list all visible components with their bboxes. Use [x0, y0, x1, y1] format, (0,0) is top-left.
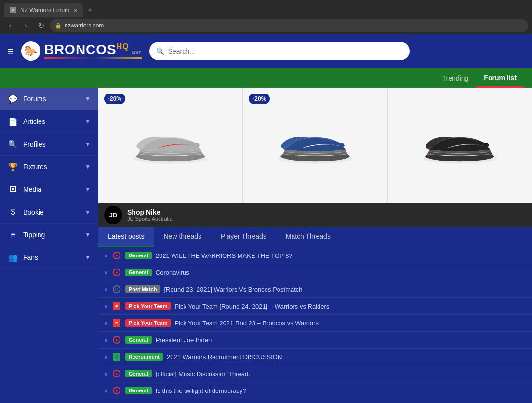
media-icon: 🖼: [8, 184, 18, 195]
thread-arrow-icon: »: [104, 252, 108, 259]
fans-chevron-icon: ▼: [85, 254, 91, 261]
thread-type-icon: ↻: [112, 284, 121, 294]
sidebar-item-fixtures[interactable]: 🏆 Fixtures ▼: [0, 156, 98, 178]
ad-item-3: [388, 88, 532, 203]
ad-item-2: -20%: [243, 88, 387, 203]
forum-tabs: Latest posts New threads Player Threads …: [98, 227, 532, 247]
tab-match-threads[interactable]: Match Threads: [276, 227, 340, 247]
sidebar-forums-label: Forums: [23, 95, 80, 103]
thread-title: Pick Your Team [Round 24, 2021] – Warrio…: [175, 303, 527, 310]
thread-arrow-icon: »: [104, 336, 108, 344]
thread-row[interactable]: » ⚑ Pick Your Team Pick Your Team [Round…: [98, 298, 532, 315]
logo-stripe: [44, 57, 142, 59]
profiles-icon: 🔍: [8, 139, 18, 149]
sidebar-item-fans[interactable]: 👥 Fans ▼: [0, 246, 98, 269]
active-tab[interactable]: V NZ Warriors Forum ×: [4, 3, 83, 17]
sidebar-fans-label: Fans: [23, 254, 80, 261]
tab-latest-posts[interactable]: Latest posts: [98, 227, 154, 247]
thread-type-icon: ●: [112, 369, 121, 378]
thread-title: 2021 WILL THE WARRIORS MAKE THE TOP 8?: [156, 252, 526, 259]
thread-arrow-icon: »: [104, 353, 108, 361]
tab-new-threads[interactable]: New threads: [154, 227, 212, 247]
thread-row[interactable]: » 📺 Gameday Broncos vs Warriors Gameday …: [98, 399, 532, 403]
logo-horse-icon: 🐎: [21, 41, 40, 61]
thread-category-badge: Pick Your Team: [125, 319, 171, 327]
thread-row[interactable]: » ⚑ Pick Your Team Pick Your Team 2021 R…: [98, 315, 532, 332]
search-icon: 🔍: [156, 47, 164, 55]
forum-list-nav-item[interactable]: Forum list: [476, 68, 524, 88]
thread-title: President Joe Biden: [156, 336, 526, 344]
thread-row[interactable]: » ● General 2021 WILL THE WARRIORS MAKE …: [98, 247, 532, 264]
sidebar-item-tipping[interactable]: ≡ Tipping ▼: [0, 224, 98, 246]
content-area: -20%: [98, 88, 532, 403]
thread-arrow-icon: »: [104, 269, 108, 276]
bookie-icon: $: [8, 207, 18, 217]
add-tab-button[interactable]: +: [83, 3, 96, 17]
sidebar-item-bookie[interactable]: $ Bookie ▼: [0, 201, 98, 224]
thread-row[interactable]: » ● General Is this the twilight of demo…: [98, 382, 532, 399]
thread-row[interactable]: » ● General [official] Music Discussion …: [98, 365, 532, 382]
sidebar-bookie-label: Bookie: [23, 208, 80, 216]
shoe-image-3: [416, 112, 503, 179]
back-button[interactable]: ‹: [4, 19, 16, 32]
ad-store-info: Shop Nike JD Sports Australia: [127, 208, 173, 222]
forward-button[interactable]: ›: [19, 19, 32, 32]
thread-type-icon: ⚑: [112, 301, 121, 311]
thread-title: Is this the twilight of democracy?: [156, 387, 526, 394]
thread-title: Coronavirus: [156, 269, 526, 276]
main-layout: 💬 Forums ▼ 📄 Articles ▼ 🔍 Profiles ▼ 🏆 F…: [0, 88, 532, 403]
articles-icon: 📄: [8, 116, 18, 127]
thread-category-badge: Post Match: [125, 285, 160, 293]
sidebar-item-media[interactable]: 🖼 Media ▼: [0, 178, 98, 201]
lock-icon: 🔒: [55, 23, 62, 29]
media-chevron-icon: ▼: [85, 186, 91, 193]
discount-badge-2: -20%: [249, 94, 270, 104]
thread-type-icon: ●: [112, 251, 121, 260]
thread-category-badge: Pick Your Team: [125, 302, 171, 310]
browser-toolbar: ‹ › ↻ 🔒 nzwarriors.com: [0, 17, 532, 34]
site-logo[interactable]: 🐎 BRONCOSHQ .com: [21, 41, 142, 61]
thread-row[interactable]: » 👤 Recruitment 2021 Warriors Recruitmen…: [98, 349, 532, 365]
trending-nav-item[interactable]: Trending: [435, 68, 477, 88]
logo-broncos-text: BRONCOSHQ: [44, 43, 129, 56]
thread-arrow-icon: »: [104, 285, 108, 293]
thread-row[interactable]: » ↻ Post Match [Round 23, 2021] Warriors…: [98, 281, 532, 298]
refresh-button[interactable]: ↻: [35, 19, 47, 32]
shoe-image-2: [272, 112, 359, 179]
bookie-chevron-icon: ▼: [85, 209, 91, 215]
fixtures-chevron-icon: ▼: [85, 163, 91, 170]
profiles-chevron-icon: ▼: [85, 141, 91, 148]
fans-icon: 👥: [8, 252, 18, 263]
thread-category-badge: General: [125, 387, 152, 394]
sidebar-item-profiles[interactable]: 🔍 Profiles ▼: [0, 133, 98, 156]
ad-banner: -20%: [98, 88, 532, 203]
address-bar[interactable]: 🔒 nzwarriors.com: [50, 19, 528, 32]
search-input[interactable]: [168, 47, 403, 55]
tipping-chevron-icon: ▼: [85, 231, 91, 238]
thread-category-badge: General: [125, 370, 152, 377]
forums-chevron-icon: ▼: [85, 95, 91, 102]
thread-arrow-icon: »: [104, 370, 108, 377]
sidebar-articles-label: Articles: [23, 118, 80, 125]
search-bar[interactable]: 🔍: [149, 42, 410, 60]
thread-arrow-icon: »: [104, 302, 108, 310]
logo-text: BRONCOSHQ .com: [44, 43, 142, 59]
ad-store-sub: JD Sports Australia: [127, 216, 173, 222]
thread-title: [official] Music Discussion Thread.: [156, 370, 526, 377]
site-header: ≡ 🐎 BRONCOSHQ .com 🔍: [0, 34, 532, 68]
tab-player-threads[interactable]: Player Threads: [211, 227, 276, 247]
thread-row[interactable]: » ● General Coronavirus: [98, 264, 532, 281]
sidebar-item-forums[interactable]: 💬 Forums ▼: [0, 88, 98, 110]
sidebar-item-articles[interactable]: 📄 Articles ▼: [0, 110, 98, 133]
ad-item-1: -20%: [98, 88, 243, 203]
tipping-icon: ≡: [8, 229, 18, 240]
shoe-image-1: [127, 112, 214, 179]
hamburger-menu-button[interactable]: ≡: [8, 46, 13, 57]
articles-chevron-icon: ▼: [85, 118, 91, 125]
close-tab-button[interactable]: ×: [73, 6, 77, 14]
thread-category-badge: General: [125, 269, 152, 276]
url-text: nzwarriors.com: [65, 22, 104, 29]
thread-row[interactable]: » ● General President Joe Biden: [98, 332, 532, 349]
thread-title: [Round 23, 2021] Warriors Vs Broncos Pos…: [164, 286, 526, 293]
ad-footer: JD Shop Nike JD Sports Australia: [98, 203, 532, 227]
